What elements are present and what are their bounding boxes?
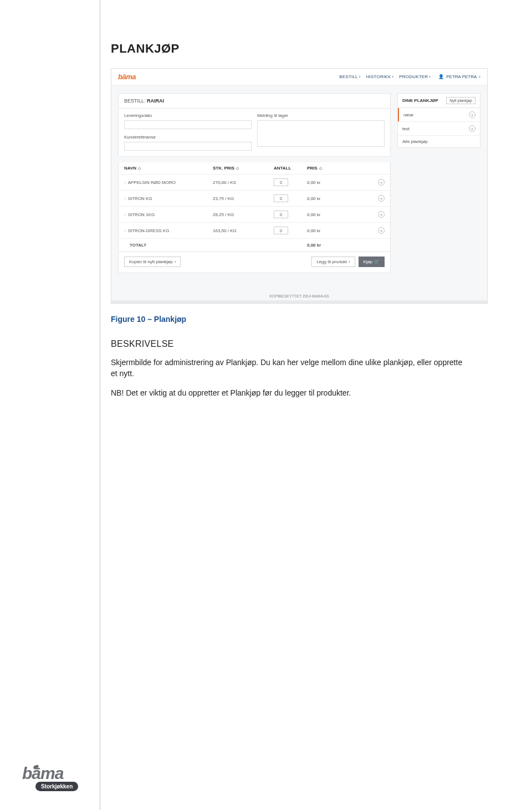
qty-input[interactable]: 0 [274, 194, 288, 202]
th-antall: ANTALL [274, 166, 291, 171]
figure-caption: Figure 10 – Plankjøp [111, 315, 499, 324]
screenshot-copyright: KOPIBESKYTTET 2014 BAMA AS [111, 290, 487, 300]
remove-row-button[interactable]: × [378, 195, 385, 202]
melding-textarea[interactable] [257, 120, 385, 147]
sort-icon: ◇ [138, 166, 141, 171]
user-name: PETRA PETRA [446, 74, 477, 79]
user-icon: 👤 [438, 74, 444, 79]
side-panel-title: DINE PLANKJØP [402, 98, 438, 103]
table-row: ›SITRON-GRESS KG 163,50 / KG 0 0,00 kr × [119, 222, 390, 238]
plankjop-list-item[interactable]: rairai × [398, 108, 480, 121]
chevron-right-icon: › [392, 74, 393, 79]
footer-sub-brand: Storkjøkken [35, 782, 78, 791]
remove-row-button[interactable]: × [378, 179, 385, 186]
new-plankjop-button[interactable]: Nytt plankjøp [446, 97, 475, 104]
chevron-right-icon: › [349, 259, 350, 264]
nav-produkter[interactable]: PRODUKTER› [399, 74, 431, 79]
kundereferanse-label: Kundereferanse [124, 135, 252, 140]
buy-button[interactable]: Kjøp 🛒 [359, 257, 385, 267]
screenshot-topnav: bāma BESTILL› HISTORIKK› PRODUKTER› 👤 PE… [111, 69, 487, 85]
chevron-right-icon[interactable]: › [124, 228, 126, 233]
sort-icon: ◇ [236, 166, 239, 171]
th-pris[interactable]: PRIS [307, 166, 318, 171]
screenshot-bottom-bar [111, 300, 487, 303]
chevron-right-icon[interactable]: › [124, 212, 126, 217]
nav-bestill[interactable]: BESTILL› [339, 74, 360, 79]
delete-plankjop-button[interactable]: × [469, 111, 475, 118]
copy-to-new-plankjop-button[interactable]: Kopier til nytt plankjøp› [124, 257, 181, 267]
table-total-row: TOTALT 0,00 kr [119, 238, 390, 252]
plankjop-list-item[interactable]: test × [398, 121, 480, 135]
qty-input[interactable]: 0 [274, 211, 288, 218]
add-product-button[interactable]: Legg til produkt› [311, 257, 355, 267]
plankjop-list: rairai × test × Alle plankjøp [397, 107, 480, 148]
sort-icon: ◇ [319, 166, 322, 171]
table-row: ›APPELSIN RØD MORO 270,00 / KS 0 0,00 kr… [119, 174, 390, 190]
delete-plankjop-button[interactable]: × [469, 125, 475, 132]
nav-historikk[interactable]: HISTORIKK› [366, 74, 394, 79]
plankjop-list-item[interactable]: Alle plankjøp [398, 135, 480, 147]
table-row: ›SITRON KG 23,75 / KG 0 0,00 kr × [119, 190, 390, 206]
left-margin-rule [100, 0, 100, 810]
chevron-right-icon: › [429, 74, 431, 79]
main-panel-title: BESTILL: RAIRAI [118, 93, 391, 108]
qty-input[interactable]: 0 [274, 178, 288, 186]
qty-input[interactable]: 0 [274, 227, 288, 234]
bama-logo: bāma [118, 73, 136, 81]
chevron-right-icon: › [479, 74, 480, 79]
chevron-right-icon: › [359, 74, 361, 79]
th-stkpris[interactable]: STK. PRIS [213, 166, 234, 171]
melding-label: Melding til lager [257, 113, 385, 118]
chevron-right-icon[interactable]: › [124, 180, 126, 185]
page-heading: PLANKJØP [111, 42, 499, 56]
body-paragraph-1: Skjermbilde for administrering av Plankj… [111, 357, 466, 380]
table-row: ›SITRON 1KG 28,25 / KG 0 0,00 kr × [119, 206, 390, 222]
product-table: NAVN◇ STK. PRIS◇ ANTALL PRIS◇ ›APPELSIN … [118, 162, 391, 252]
cart-icon: 🛒 [374, 259, 380, 264]
user-menu[interactable]: 👤 PETRA PETRA › [438, 74, 480, 79]
chevron-right-icon: › [175, 259, 176, 264]
screenshot-figure: bāma BESTILL› HISTORIKK› PRODUKTER› 👤 PE… [111, 68, 488, 304]
chevron-right-icon[interactable]: › [124, 196, 126, 201]
body-paragraph-2: NB! Det er viktig at du oppretter et Pla… [111, 387, 466, 398]
leveringsdato-label: Leveringsdato [124, 113, 252, 118]
kundereferanse-input[interactable] [124, 142, 252, 151]
section-subheading: BESKRIVELSE [111, 339, 499, 349]
footer-logo: bāma Storkjøkken [22, 764, 89, 791]
footer-brand-text: bāma [22, 764, 89, 783]
remove-row-button[interactable]: × [378, 227, 385, 234]
leveringsdato-input[interactable] [124, 120, 252, 129]
remove-row-button[interactable]: × [378, 211, 385, 218]
th-navn[interactable]: NAVN [124, 166, 136, 171]
